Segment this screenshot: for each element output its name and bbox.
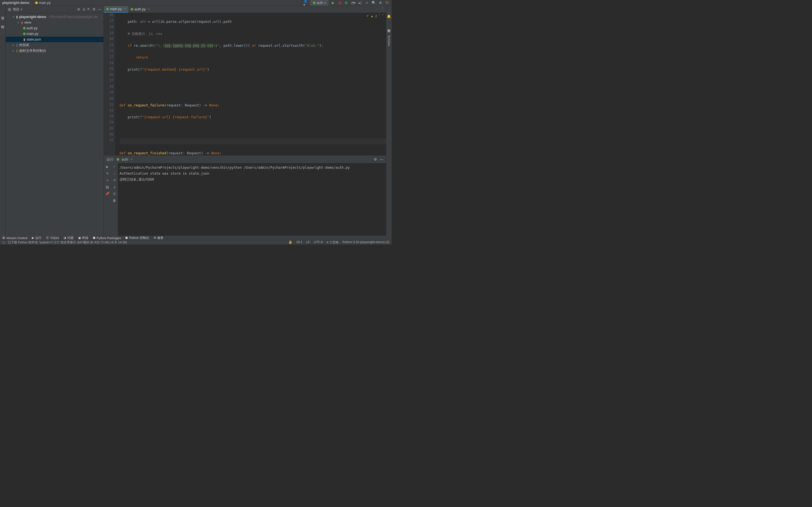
status-bar: ▢ 已下载 Python 软件包 "pytest==7.2.1" 的共享索引 (… [0,240,392,244]
up-icon[interactable]: ˄ [378,14,380,18]
locate-icon[interactable]: ⊕ [77,7,80,11]
down-icon[interactable]: ˅ [382,14,384,18]
run-icon[interactable]: ▶ [331,1,335,5]
left-tool-stripe: 项目 结构 书签 [0,6,6,236]
run-output[interactable]: /Users/admin/PycharmProjects/playwright-… [118,163,386,236]
tree-scratches[interactable]: ▸▯ 临时文件和控制台 [6,48,103,54]
code-editor[interactable]: ✔ ▲ 2 ˄ ˅ 16 17 18 19 20 21 22 23 24 25 … [104,13,386,156]
vcs-tool-button[interactable]: 𝌆 Version Control [2,236,28,240]
project-tree-panel: ▤ 项目▾ ⊕ ⇲ ⇱ ⚙ — ▾▮ playwright-demo ~/Pyc… [6,6,104,236]
chevron-right-icon: 〉 [31,1,34,5]
up-icon[interactable]: ↑ [114,165,115,169]
bottom-tool-stripe: 𝌆 Version Control ▶ 运行 ☰ TODO ◑ 问题 ▣ 终端 … [0,236,392,240]
coverage-icon[interactable]: ⛨ [344,1,349,5]
tool-icon[interactable]: ✎ [106,172,109,175]
status-encoding[interactable]: UTF-8 [314,240,322,244]
sciview-tool-button[interactable]: SciView [388,35,391,46]
search-icon[interactable]: 🔍 [371,1,376,5]
run-tool-button[interactable]: ▶ 运行 [32,236,42,240]
line-number-gutter: 16 17 18 19 20 21 22 23 24 25 26 27 28 2… [104,13,115,156]
tool-window-toggle-icon[interactable]: ▢ [2,240,5,244]
right-tool-stripe: 🔔 数据库 SciView [386,6,392,236]
run-tab[interactable]: auth [121,158,128,161]
wrap-icon[interactable]: ⏎ [113,178,116,182]
run-tool-window: 运行: ⬢ auth × ⚙ — ▶ ✎ ■ ▤ 📌 ↑ [104,156,386,236]
run-config-selector[interactable]: ⬢ auth ▾ [310,0,328,6]
tree-main-py[interactable]: ⬢ main.py [6,31,103,37]
run-config-label: auth [317,1,323,5]
expand-icon[interactable]: ⇲ [82,7,85,11]
tree-external-libs[interactable]: ▸▯ 外部库 [6,42,103,48]
status-interpreter[interactable]: Python 3.10 (playwright-demo) (2) [343,240,389,244]
code-content[interactable]: path: str = urllib.parse.urlparse(reques… [118,13,386,156]
notifications-icon[interactable]: 🔔 [387,14,391,18]
layout-icon[interactable]: ▤ [106,185,109,189]
terminal-tool-button[interactable]: ▣ 终端 [78,236,88,240]
tree-venv[interactable]: ▸▮ venv [6,20,103,25]
project-view-selector[interactable]: 项目▾ [13,7,22,12]
tab-auth-py[interactable]: ⬢auth.py× [128,6,152,13]
tab-menu-icon[interactable]: ⋮ [379,6,386,13]
pin-icon[interactable]: 📌 [105,192,109,196]
add-user-icon[interactable]: 👤▾ [303,1,308,5]
python-file-icon: ⬢ [35,1,38,5]
minimize-icon[interactable]: — [98,7,101,11]
rerun-icon[interactable]: ▶ [106,165,109,169]
close-icon[interactable]: × [148,7,150,11]
navigation-bar: playwright-demo 〉 ⬢ main.py 👤▾ ⬢ auth ▾ … [0,0,392,6]
scroll-icon[interactable]: ⤓ [113,185,116,189]
collapse-icon[interactable]: ⇱ [87,7,90,11]
attach-icon[interactable]: ▸| [358,1,362,5]
debug-icon[interactable]: 🐞 [338,1,342,5]
status-line-ending[interactable]: LF [306,240,310,244]
run-settings-icon[interactable]: ⚙ [374,158,377,161]
print-icon[interactable]: ⎙ [113,192,115,196]
packages-tool-button[interactable]: ⬢ Python Packages [93,236,121,240]
status-indent[interactable]: 4 个空格 [327,240,339,244]
editor-tabs: ⬢main.py× ⬢auth.py× ⋮ [104,6,386,13]
tree-state-json[interactable]: ▮ state.json [6,37,103,42]
problems-tool-button[interactable]: ◑ 问题 [63,236,73,240]
status-position[interactable]: 26:1 [296,240,302,244]
trash-icon[interactable]: 🗑 [113,199,116,203]
tree-root[interactable]: ▾▮ playwright-demo ~/PycharmProjects/pla… [6,14,103,20]
down-icon[interactable]: ↓ [114,172,115,175]
run-minimize-icon[interactable]: — [380,158,383,161]
project-tree-header: ▤ 项目▾ ⊕ ⇲ ⇱ ⚙ — [6,6,103,13]
tree-settings-icon[interactable]: ⚙ [93,7,96,11]
run-header: 运行: ⬢ auth × ⚙ — [104,156,386,163]
inspection-widget[interactable]: ✔ ▲ 2 ˄ ˅ [366,14,384,18]
tree-auth-py[interactable]: ⬢ auth.py [6,25,103,31]
breadcrumb-project[interactable]: playwright-demo [2,1,29,5]
breadcrumb-file[interactable]: main.py [39,1,51,5]
lock-icon[interactable]: 🔒 [289,240,292,244]
stop-icon[interactable]: ■ [106,178,108,182]
project-tree[interactable]: ▾▮ playwright-demo ~/PycharmProjects/pla… [6,13,103,236]
check-icon: ✔ [366,14,369,18]
close-icon[interactable]: × [131,158,133,161]
todo-tool-button[interactable]: ☰ TODO [46,236,59,240]
run-toolbar-2: ↑ ↓ ⏎ ⤓ ⎙ 🗑 [111,163,118,236]
run-toolbar-left: ▶ ✎ ■ ▤ 📌 [104,163,111,236]
status-message: 已下载 Python 软件包 "pytest==7.2.1" 的共享索引 (64… [8,240,127,244]
tab-main-py[interactable]: ⬢main.py× [104,6,128,13]
python-console-tool-button[interactable]: ⬢ Python 控制台 [125,236,149,240]
close-icon[interactable]: × [124,7,126,11]
stop-icon[interactable]: ■ [364,1,369,5]
shield-icon[interactable]: 🛡 [385,1,389,5]
profile-icon[interactable]: ◔▾ [351,1,356,5]
run-label: 运行: [107,157,114,162]
settings-icon[interactable]: ⚙ [378,1,383,5]
services-tool-button[interactable]: ✲ 服务 [154,236,163,240]
